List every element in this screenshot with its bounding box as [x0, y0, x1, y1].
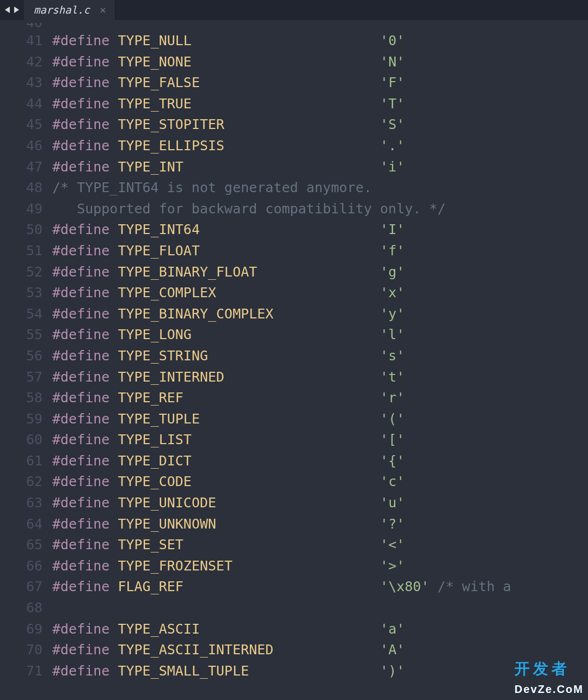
macro-name: TYPE_STOPITER	[118, 114, 224, 136]
line-number: 47	[0, 157, 52, 178]
macro-name: TYPE_INTERNED	[118, 367, 224, 388]
code-line	[52, 598, 588, 619]
line-number: 45	[0, 114, 52, 136]
macro-name: TYPE_TUPLE	[118, 409, 200, 430]
macro-value: 'i'	[380, 157, 405, 178]
keyword-define: #define	[52, 157, 109, 178]
line-number: 52	[0, 262, 52, 283]
macro-name: TYPE_CODE	[118, 471, 191, 493]
keyword-define: #define	[52, 388, 109, 409]
macro-name: FLAG_REF	[118, 576, 183, 598]
line-number: 65	[0, 535, 52, 556]
code-line: #define TYPE_BINARY_COMPLEX 'y'	[52, 304, 588, 325]
macro-name: TYPE_UNICODE	[118, 493, 216, 514]
keyword-define: #define	[52, 640, 109, 661]
macro-name: TYPE_TRUE	[118, 94, 191, 115]
line-number: 40	[0, 23, 52, 30]
code-line: #define TYPE_LONG 'l'	[52, 324, 588, 346]
keyword-define: #define	[52, 346, 109, 367]
macro-name: TYPE_STRING	[118, 346, 208, 367]
keyword-define: #define	[52, 367, 109, 388]
code-line: #define TYPE_NULL '0'	[52, 30, 588, 52]
macro-value: '['	[380, 429, 405, 451]
code-line: /* TYPE_INT64 is not generated anymore.	[52, 177, 588, 199]
keyword-define: #define	[52, 535, 109, 556]
macro-value: 'g'	[380, 262, 405, 283]
tab-bar: marshal.c ×	[0, 0, 588, 20]
macro-name: TYPE_ASCII_INTERNED	[118, 640, 273, 661]
line-number: 67	[0, 576, 52, 598]
tab-filename: marshal.c	[34, 4, 90, 16]
line-number: 50	[0, 219, 52, 241]
macro-value: 'N'	[380, 52, 405, 73]
keyword-define: #define	[52, 576, 109, 598]
line-number-gutter: 4041424344454647484950515253545556575859…	[0, 20, 52, 700]
code-line: #define TYPE_BINARY_FLOAT 'g'	[52, 262, 588, 283]
macro-name: TYPE_FALSE	[118, 72, 200, 94]
line-number: 59	[0, 409, 52, 430]
macro-value: '>'	[380, 556, 405, 577]
keyword-define: #define	[52, 556, 109, 577]
nav-forward-icon[interactable]	[13, 6, 20, 14]
macro-name: TYPE_FROZENSET	[118, 556, 232, 577]
macro-name: TYPE_COMPLEX	[118, 283, 216, 304]
code-line: #define FLAG_REF '\x80' /* with a	[52, 576, 588, 598]
line-number: 46	[0, 136, 52, 157]
tab-close-icon[interactable]: ×	[99, 3, 107, 16]
macro-name: TYPE_SET	[118, 535, 183, 556]
macro-value: 'A'	[380, 640, 405, 661]
macro-name: TYPE_LONG	[118, 324, 191, 346]
tab-active[interactable]: marshal.c ×	[24, 0, 115, 20]
macro-name: TYPE_SMALL_TUPLE	[118, 661, 249, 682]
code-line: #define TYPE_CODE 'c'	[52, 471, 588, 493]
code-line: #define TYPE_FLOAT 'f'	[52, 241, 588, 262]
line-number: 70	[0, 640, 52, 661]
keyword-define: #define	[52, 304, 109, 325]
macro-value: 'c'	[380, 471, 405, 493]
keyword-define: #define	[52, 94, 109, 115]
code-line: #define TYPE_UNKNOWN '?'	[52, 514, 588, 535]
nav-back-icon[interactable]	[4, 6, 11, 14]
macro-value: 't'	[380, 367, 405, 388]
macro-value: 'u'	[380, 493, 405, 514]
code-line: #define TYPE_COMPLEX 'x'	[52, 283, 588, 304]
keyword-define: #define	[52, 514, 109, 535]
macro-name: TYPE_NONE	[118, 52, 191, 73]
line-number: 64	[0, 514, 52, 535]
macro-value: 'l'	[380, 324, 405, 346]
keyword-define: #define	[52, 219, 109, 241]
code-line: #define TYPE_DICT '{'	[52, 451, 588, 472]
macro-value: '<'	[380, 535, 405, 556]
macro-value: 'T'	[380, 94, 405, 115]
macro-value: 's'	[380, 346, 405, 367]
keyword-define: #define	[52, 72, 109, 94]
macro-value: 'r'	[380, 388, 405, 409]
line-number: 71	[0, 661, 52, 682]
macro-value: 'x'	[380, 283, 405, 304]
line-number: 58	[0, 388, 52, 409]
macro-name: TYPE_ASCII	[118, 619, 200, 640]
comment: /* with a	[429, 576, 511, 598]
line-number: 69	[0, 619, 52, 640]
editor[interactable]: 4041424344454647484950515253545556575859…	[0, 20, 588, 700]
code-line: #define TYPE_UNICODE 'u'	[52, 493, 588, 514]
code-area[interactable]: #define TYPE_NULL '0'#define TYPE_NONE '…	[52, 20, 588, 700]
code-line: #define TYPE_NONE 'N'	[52, 52, 588, 73]
code-line: #define TYPE_SET '<'	[52, 535, 588, 556]
macro-name: TYPE_FLOAT	[118, 241, 200, 262]
line-number: 51	[0, 241, 52, 262]
code-line: #define TYPE_ASCII_INTERNED 'A'	[52, 640, 588, 661]
code-line: #define TYPE_FALSE 'F'	[52, 72, 588, 94]
keyword-define: #define	[52, 52, 109, 73]
line-number: 63	[0, 493, 52, 514]
macro-value: 'a'	[380, 619, 405, 640]
line-number: 56	[0, 346, 52, 367]
line-number: 66	[0, 556, 52, 577]
code-line: #define TYPE_LIST '['	[52, 429, 588, 451]
macro-value: '('	[380, 409, 405, 430]
macro-value: '{'	[380, 451, 405, 472]
macro-name: TYPE_UNKNOWN	[118, 514, 216, 535]
keyword-define: #define	[52, 241, 109, 262]
macro-name: TYPE_NULL	[118, 30, 191, 52]
code-line: #define TYPE_INT 'i'	[52, 157, 588, 178]
